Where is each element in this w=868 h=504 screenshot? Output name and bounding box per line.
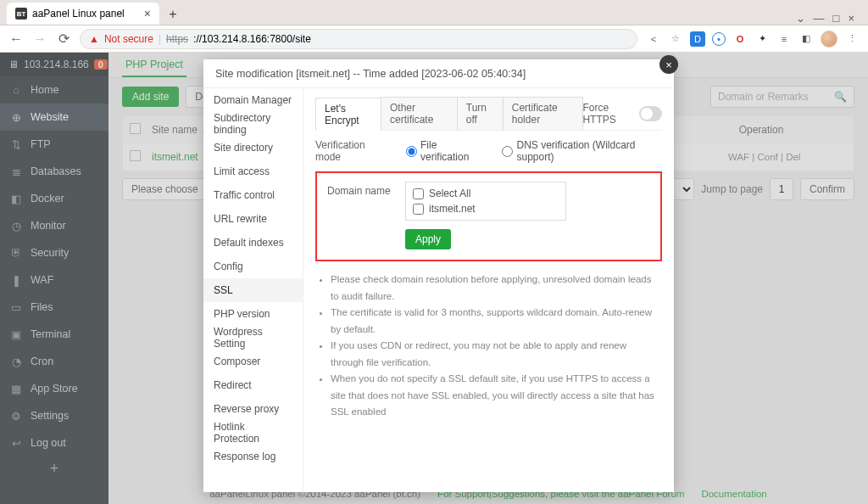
url-rest: ://103.214.8.166:7800/site (193, 33, 311, 45)
modal-side-subdir[interactable]: Subdirectory binding (203, 112, 303, 136)
address-bar: ← → ⟳ ▲ Not secure | https://103.214.8.1… (0, 25, 868, 53)
new-tab-button[interactable]: + (163, 4, 183, 25)
tab-favicon: BT (15, 8, 27, 20)
select-all-checkbox[interactable]: Select All (413, 188, 559, 199)
tab-letsencrypt[interactable]: Let's Encrypt (315, 98, 381, 131)
force-https-label: Force HTTPS (582, 102, 632, 126)
note-item: When you do not specify a SSL default si… (331, 371, 662, 421)
ext-dot-icon[interactable]: • (712, 32, 726, 46)
browser-tab-strip: BT aaPanel Linux panel × + ⌄ — □ × (0, 0, 868, 25)
maximize-icon[interactable]: □ (833, 12, 840, 25)
note-item: Please check domain resolution before ap… (331, 272, 662, 305)
domain-checkbox[interactable]: itsmeit.net (413, 203, 559, 215)
modal-side-redirect[interactable]: Redirect (203, 373, 303, 397)
list-icon[interactable]: ≡ (776, 31, 792, 47)
share-icon[interactable]: < (646, 31, 661, 47)
modal-side-defaultidx[interactable]: Default indexes (203, 231, 303, 255)
site-modification-modal: × Site modification [itsmeit.net] -- Tim… (203, 59, 674, 492)
avatar[interactable] (821, 31, 837, 48)
browser-tab[interactable]: BT aaPanel Linux panel × (7, 3, 159, 25)
verification-label: Verification mode (315, 139, 386, 163)
modal-side-ssl[interactable]: SSL (203, 278, 303, 302)
extension-icons: < ☆ D • O ✦ ≡ ◧ ⋮ (646, 31, 860, 48)
apply-button[interactable]: Apply (405, 229, 451, 249)
modal-sidebar: Domain Manager Subdirectory binding Site… (203, 88, 303, 492)
browser-menu-icon[interactable]: ⋮ (844, 31, 860, 47)
chevron-down-icon[interactable]: ⌄ (796, 12, 805, 25)
url-scheme: https (166, 33, 188, 45)
tab-cert-holder[interactable]: Certificate holder (503, 97, 584, 130)
domain-apply-box: Domain name Select All itsmeit.net Apply (315, 171, 662, 261)
tab-other-cert[interactable]: Other certificate (381, 97, 458, 130)
modal-side-urlrewrite[interactable]: URL rewrite (203, 207, 303, 231)
modal-title: Site modification [itsmeit.net] -- Time … (203, 59, 674, 88)
note-item: If you uses CDN or redirect, you may not… (331, 338, 662, 371)
extensions-icon[interactable]: ✦ (754, 31, 770, 47)
window-controls: ⌄ — □ × (789, 12, 861, 25)
modal-main: Let's Encrypt Other certificate Turn off… (303, 88, 674, 492)
ext-red-icon[interactable]: O (732, 31, 748, 47)
verification-mode: Verification mode File verification DNS … (315, 139, 662, 163)
radio-file-verification[interactable]: File verification (406, 139, 481, 163)
force-https-toggle[interactable] (639, 106, 662, 121)
modal-side-php[interactable]: PHP version (203, 302, 303, 326)
ext-blue-icon[interactable]: D (690, 31, 705, 47)
modal-close-button[interactable]: × (659, 55, 678, 74)
warning-icon: ▲ (89, 33, 99, 45)
url-field[interactable]: ▲ Not secure | https://103.214.8.166:780… (80, 29, 637, 49)
minimize-icon[interactable]: — (814, 12, 825, 25)
modal-side-hotlink[interactable]: Hotlink Protection (203, 421, 303, 445)
modal-side-composer[interactable]: Composer (203, 350, 303, 373)
panel-icon[interactable]: ◧ (798, 31, 814, 47)
modal-side-domain-manager[interactable]: Domain Manager (203, 88, 303, 112)
back-button[interactable]: ← (8, 31, 24, 47)
note-item: The certificate is valid for 3 months, s… (331, 305, 662, 338)
modal-side-sitedir[interactable]: Site directory (203, 136, 303, 160)
modal-side-wordpress[interactable]: Wordpress Setting (203, 326, 303, 350)
modal-side-traffic[interactable]: Traffic control (203, 183, 303, 207)
not-secure-label: Not secure (104, 33, 153, 45)
tab-title: aaPanel Linux panel (32, 8, 125, 20)
modal-side-reverseproxy[interactable]: Reverse proxy (203, 397, 303, 421)
ssl-notes: Please check domain resolution before ap… (315, 272, 662, 421)
domain-list: Select All itsmeit.net (405, 182, 566, 221)
modal-side-responselog[interactable]: Response log (203, 445, 303, 468)
modal-side-config[interactable]: Config (203, 255, 303, 278)
cert-tabs: Let's Encrypt Other certificate Turn off… (315, 97, 662, 131)
radio-dns-verification[interactable]: DNS verification (Wildcard support) (502, 139, 662, 163)
window-close-icon[interactable]: × (848, 12, 854, 25)
reload-button[interactable]: ⟳ (56, 31, 71, 47)
forward-button[interactable]: → (32, 31, 47, 47)
close-icon[interactable]: × (144, 7, 151, 20)
modal-side-limit[interactable]: Limit access (203, 160, 303, 183)
domain-name-label: Domain name (327, 182, 392, 221)
star-icon[interactable]: ☆ (668, 31, 683, 47)
tab-turn-off[interactable]: Turn off (457, 97, 504, 130)
